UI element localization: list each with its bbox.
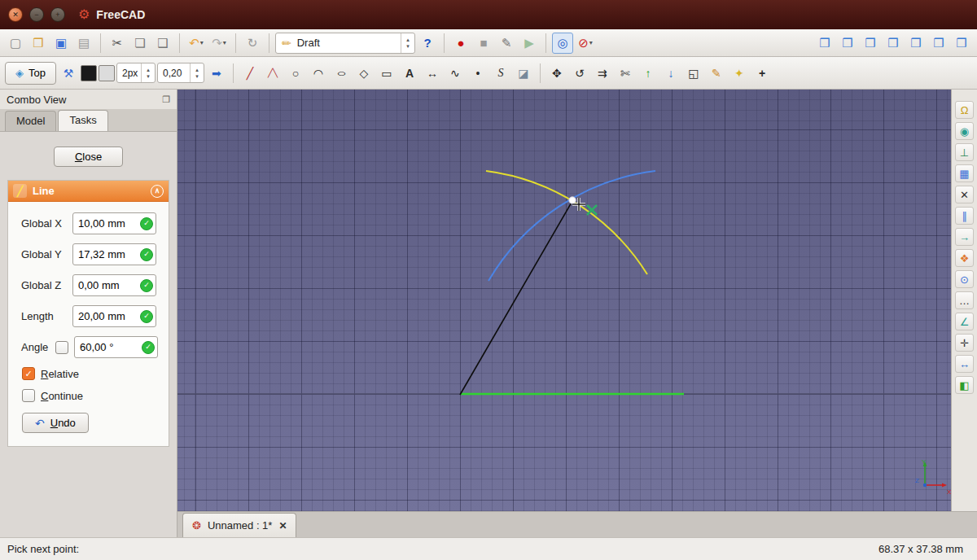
angle-field: ✓ (74, 336, 158, 358)
titlebar: ✕−+ ⚙ FreeCAD (0, 0, 977, 29)
draft-shapestring-icon[interactable]: S (490, 63, 511, 84)
document-tab[interactable]: ❂ Unnamed : 1* ✕ (182, 513, 296, 537)
paste-icon[interactable]: ❑ (152, 33, 173, 54)
toolbar-overflow-icon[interactable]: … (955, 291, 974, 309)
refresh-icon[interactable]: ↻ (242, 33, 263, 54)
open-file-icon[interactable]: ❒ (28, 33, 49, 54)
tab-tasks[interactable]: Tasks (58, 110, 107, 131)
draft-rectangle-icon[interactable]: ▭ (376, 63, 397, 84)
snap-grid-icon[interactable]: ▦ (955, 164, 974, 182)
draft-move-icon[interactable]: ✥ (546, 63, 567, 84)
snap-midpoint-icon[interactable]: ✛ (955, 334, 974, 352)
draft-text-icon[interactable]: A (399, 63, 420, 84)
length-row: Length ✓ (21, 305, 162, 327)
snap-dimensions-icon[interactable]: ↔ (955, 355, 974, 373)
draft-rotate-icon[interactable]: ↺ (569, 63, 590, 84)
snap-lock-icon[interactable]: Ω (955, 101, 974, 119)
maximize-button[interactable]: + (50, 7, 65, 22)
tab-model[interactable]: Model (5, 111, 56, 131)
working-plane-button[interactable]: ◈ Top (5, 62, 56, 85)
undo-button[interactable]: ↶ Undo (22, 413, 89, 433)
continue-checkbox[interactable]: ✓ (22, 389, 35, 402)
valid-check-icon: ✓ (140, 310, 153, 323)
cut-icon[interactable]: ✂ (107, 33, 128, 54)
standard-views-group: ❒❒❒❒❒❒❒ (814, 33, 972, 54)
draft-circle-icon[interactable]: ○ (285, 63, 306, 84)
draft-edit-icon[interactable]: ✎ (706, 63, 727, 84)
draft-arc-icon[interactable]: ◠ (308, 63, 329, 84)
close-document-icon[interactable]: ✕ (278, 521, 287, 531)
view-bottom-icon[interactable]: ❒ (928, 33, 949, 54)
draw-style-icon[interactable]: ⊘▾ (575, 33, 596, 54)
macro-edit-icon[interactable]: ✎ (496, 33, 517, 54)
draft-offset-icon[interactable]: ⇉ (592, 63, 613, 84)
working-plane-icon: ◈ (15, 68, 24, 78)
snap-center-icon[interactable]: ⊙ (955, 270, 974, 288)
snap-working-plane-icon[interactable]: ◧ (955, 376, 974, 394)
draft-downgrade-icon[interactable]: ↓ (660, 63, 681, 84)
draft-add-point-icon[interactable]: + (751, 63, 773, 84)
draft-scale-icon[interactable]: ◱ (683, 63, 704, 84)
3d-viewport[interactable]: Y X Z (177, 90, 951, 511)
view-left-icon[interactable]: ❒ (951, 33, 972, 54)
draft-facebinder-icon[interactable]: ◪ (513, 63, 534, 84)
print-icon[interactable]: ▤ (73, 33, 94, 54)
macro-record-icon[interactable]: ● (450, 33, 471, 54)
view-front-icon[interactable]: ❒ (837, 33, 858, 54)
view-top-icon[interactable]: ❒ (860, 33, 881, 54)
copy-icon[interactable]: ❏ (129, 33, 151, 54)
collapse-section-icon[interactable]: ∧ (151, 185, 164, 198)
undo-icon[interactable]: ↶▾ (186, 33, 207, 54)
redo-icon[interactable]: ↷▾ (208, 33, 230, 54)
line-color-swatch[interactable] (81, 65, 97, 81)
draft-polyline-icon[interactable]: ╱╲ (262, 63, 283, 84)
snap-special-icon[interactable]: ❖ (955, 249, 974, 267)
apply-style-icon[interactable]: ➡ (206, 63, 227, 84)
separator (233, 63, 234, 83)
global-z-label: Global Z (21, 279, 72, 291)
minimize-button[interactable]: − (29, 7, 44, 22)
workbench-spinner[interactable]: ▴▾ (401, 33, 414, 53)
angle-checkbox[interactable] (55, 341, 68, 354)
relative-checkbox-row: ✓ Relative (22, 367, 162, 380)
construction-mode-icon[interactable]: ⚒ (58, 63, 79, 84)
draft-ellipse-icon[interactable]: ○ (331, 63, 352, 84)
snap-extension-icon[interactable]: → (955, 228, 974, 246)
close-task-button[interactable]: Close (54, 147, 123, 167)
view-right-icon[interactable]: ❒ (883, 33, 904, 54)
snap-intersection-icon[interactable]: ✕ (955, 186, 974, 203)
snap-parallel-icon[interactable]: ∥ (955, 207, 974, 225)
snap-angle-icon[interactable]: ∠ (955, 313, 974, 330)
file-toolbar-group: ▢❒▣▤ (5, 33, 94, 54)
close-button[interactable]: ✕ (8, 7, 23, 22)
line-task-header[interactable]: ╱ Line ∧ (8, 181, 169, 202)
snap-endpoint-icon[interactable]: ◉ (955, 122, 974, 140)
draft-point-icon[interactable]: • (467, 63, 488, 84)
draft-trimex-icon[interactable]: ✄ (615, 63, 636, 84)
workbench-selector[interactable]: ✏ Draft ▴▾ (275, 33, 415, 54)
draft-bspline-icon[interactable]: ∿ (445, 63, 466, 84)
draft-subelement-icon[interactable]: ✦ (729, 63, 750, 84)
dock-icon[interactable]: ❐ (162, 95, 170, 104)
new-document-icon[interactable]: ▢ (5, 33, 26, 54)
face-color-swatch[interactable] (99, 65, 115, 81)
undo-icon: ↶ (35, 418, 45, 429)
zoom-box-icon[interactable]: ◎ (552, 33, 573, 54)
relative-checkbox[interactable]: ✓ (22, 367, 35, 380)
view-rear-icon[interactable]: ❒ (905, 33, 927, 54)
macro-play-icon[interactable]: ▶ (519, 33, 540, 54)
draft-dimension-icon[interactable]: ↔ (422, 63, 443, 84)
draft-polygon-icon[interactable]: ◇ (353, 63, 375, 84)
working-plane-label: Top (28, 67, 46, 79)
view-isometric-icon[interactable]: ❒ (814, 33, 835, 54)
text-scale-spinbox[interactable]: 0,20 ▴▾ (157, 63, 204, 83)
whats-this-icon[interactable]: ? (417, 33, 438, 54)
snap-perpendicular-icon[interactable]: ⊥ (955, 143, 974, 161)
valid-check-icon: ✓ (140, 248, 153, 261)
draft-upgrade-icon[interactable]: ↑ (637, 63, 659, 84)
line-width-spinbox[interactable]: 2px ▴▾ (116, 63, 156, 83)
draft-toolbar: ◈ Top ⚒ 2px ▴▾ 0,20 ▴▾ ➡ ╱╱╲○◠○◇▭A↔∿•S◪ … (0, 57, 977, 90)
save-icon[interactable]: ▣ (50, 33, 72, 54)
draft-line-icon[interactable]: ╱ (239, 63, 261, 84)
macro-stop-icon[interactable]: ■ (473, 33, 494, 54)
